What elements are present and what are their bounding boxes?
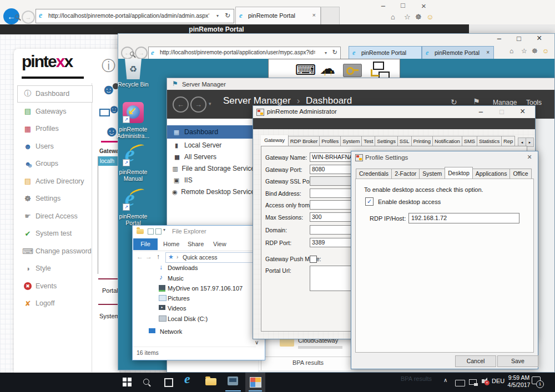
browser1-url-text[interactable]: http://localhost/pinremote-portal/applic… bbox=[48, 12, 209, 19]
browser1-forward-button[interactable]: → bbox=[22, 11, 35, 24]
ribbon-tab-share[interactable]: Share bbox=[188, 241, 204, 247]
feedback-smiley-icon[interactable]: ☺ bbox=[426, 13, 433, 21]
sm-nav-dashboard[interactable]: ▦ Dashboard bbox=[167, 125, 258, 139]
sidebar-item-groups[interactable]: ☻Groups bbox=[22, 158, 91, 169]
sidebar-item-change-password[interactable]: ⌨Change password bbox=[22, 246, 91, 257]
browser2-tab2[interactable]: e pinRemote Portal × bbox=[422, 46, 494, 60]
credentials-window-icon[interactable] bbox=[343, 64, 362, 77]
fe-breadcrumb-text[interactable]: Quick access bbox=[183, 254, 217, 261]
sm-nav-local-server[interactable]: ▮ Local Server bbox=[167, 140, 258, 151]
settings-gear-icon[interactable]: ☸ bbox=[415, 13, 422, 21]
fe-forward-icon[interactable]: → bbox=[145, 253, 152, 261]
tray-keyboard-icon[interactable] bbox=[455, 380, 465, 386]
settings-gear-icon[interactable]: ☸ bbox=[532, 47, 538, 55]
fe-item-downloads[interactable]: Downloads bbox=[168, 264, 198, 271]
profile-tab-applications[interactable]: Applications bbox=[472, 169, 511, 179]
admin-maximize-button[interactable]: □ bbox=[500, 108, 504, 116]
refresh-icon[interactable]: ↻ bbox=[225, 12, 230, 19]
sm-nav-all-servers[interactable]: ▮▮ All Servers bbox=[167, 151, 258, 162]
tray-chevron-icon[interactable]: ∧ bbox=[443, 377, 447, 383]
admin-minimize-button[interactable]: − bbox=[478, 107, 483, 116]
sm-forward-button[interactable]: → bbox=[190, 96, 206, 113]
tray-volume-muted-icon[interactable]: × bbox=[482, 379, 485, 383]
fe-item-local-disk[interactable]: Local Disk (C:) bbox=[168, 315, 208, 322]
enable-desktop-checkbox[interactable]: ✓ bbox=[365, 197, 374, 206]
fe-item-mydrive[interactable]: MyDrive on 157.97.106.107 bbox=[168, 285, 243, 292]
favorites-star-icon[interactable]: ☆ bbox=[521, 47, 527, 55]
browser2-tab1-title[interactable]: pinRemote Portal bbox=[361, 49, 406, 56]
sidebar-item-profiles[interactable]: ▦Profiles bbox=[22, 123, 91, 134]
admin-tab-test[interactable]: Test bbox=[361, 136, 375, 146]
ribbon-tab-home[interactable]: Home bbox=[163, 241, 179, 247]
feedback-smiley-icon[interactable]: ☺ bbox=[542, 47, 549, 55]
fe-item-videos[interactable]: Videos bbox=[168, 305, 186, 312]
fe-back-icon[interactable]: ← bbox=[137, 253, 143, 261]
taskbar-ie-icon[interactable]: e bbox=[184, 371, 190, 386]
admin-tab-sms[interactable]: SMS bbox=[462, 136, 477, 146]
sm-nav-iis[interactable]: ▣ IIS bbox=[167, 175, 258, 186]
browser2-tab1[interactable]: e pinRemote Portal bbox=[349, 46, 422, 60]
breadcrumb-root[interactable]: Server Manager bbox=[223, 95, 291, 106]
admin-tab-printing[interactable]: Printing bbox=[411, 136, 433, 146]
browser1-tab-title[interactable]: pinRemote Portal bbox=[248, 12, 295, 19]
browser1-maximize-button[interactable]: □ bbox=[401, 1, 405, 9]
tray-language-label[interactable]: DEU bbox=[492, 378, 504, 384]
fe-scroll-chevron-icon[interactable]: ∨ bbox=[255, 339, 259, 345]
enable-desktop-label[interactable]: Enable desktop access bbox=[378, 198, 441, 205]
browser2-minimize-button[interactable]: − bbox=[497, 34, 502, 43]
taskbar-pinremote-admin-icon[interactable] bbox=[250, 377, 261, 388]
pinremote-manual-icon[interactable]: e ↗ bbox=[123, 143, 144, 166]
ribbon-tab-view[interactable]: View bbox=[213, 241, 226, 247]
chevron-down-icon[interactable]: ▾ bbox=[216, 13, 219, 18]
qat-chevron-icon[interactable]: ▾ bbox=[163, 227, 165, 232]
browser2-tab2-title[interactable]: pinRemote Portal bbox=[435, 49, 480, 56]
pinremote-portal-icon[interactable]: e ↗ bbox=[123, 187, 144, 211]
sidebar-item-events[interactable]: ✖Events bbox=[22, 281, 91, 292]
pinremote-administrator-label[interactable]: pinRemote Administra... bbox=[112, 126, 154, 139]
profile-tab-system[interactable]: System bbox=[419, 169, 445, 179]
task-view-icon[interactable] bbox=[164, 378, 173, 387]
qat-button[interactable] bbox=[148, 228, 154, 235]
browser1-close-button[interactable]: × bbox=[421, 1, 426, 11]
tray-network-icon[interactable] bbox=[469, 379, 477, 385]
sidebar-item-system-test[interactable]: ✔System test bbox=[22, 228, 91, 239]
fe-item-music[interactable]: Music bbox=[168, 275, 184, 282]
tab-close-icon[interactable]: × bbox=[312, 12, 316, 18]
browser1-new-tab[interactable] bbox=[321, 7, 340, 24]
sidebar-item-gateways[interactable]: ▤Gateways bbox=[22, 106, 91, 117]
sm-history-chevron-icon[interactable]: ▾ bbox=[209, 101, 211, 106]
admin-tab-gateway[interactable]: Gateway bbox=[261, 135, 289, 146]
home-icon[interactable]: ⌂ bbox=[509, 47, 513, 55]
browser1-tab[interactable]: e pinRemote Portal × bbox=[235, 7, 321, 24]
sidebar-item-direct-access[interactable]: ☛Direct Access bbox=[22, 211, 91, 222]
pinremote-manual-label[interactable]: pinRemote Manual bbox=[112, 169, 154, 182]
profile-tab-office[interactable]: Office bbox=[509, 169, 531, 179]
admin-tab-profiles[interactable]: Profiles bbox=[319, 136, 341, 146]
browser2-forward-button[interactable]: → bbox=[135, 47, 148, 59]
fe-item-pictures[interactable]: Pictures bbox=[168, 295, 190, 302]
admin-close-button[interactable]: × bbox=[520, 106, 525, 116]
browser1-minimize-button[interactable]: − bbox=[381, 1, 386, 11]
profile-tab-desktop[interactable]: Desktop bbox=[445, 167, 473, 179]
admin-tab-settings[interactable]: Settings bbox=[375, 136, 398, 146]
cancel-button[interactable]: Cancel bbox=[455, 355, 496, 367]
profile-tab-credentials[interactable]: Credentials bbox=[356, 169, 392, 179]
sm-nav-file-storage[interactable]: ▥ File and Storage Services bbox=[167, 163, 258, 174]
sidebar-item-active-directory[interactable]: ▤Active Directory bbox=[22, 176, 91, 187]
sm-notification-flag-icon[interactable]: ⚑ bbox=[473, 97, 480, 106]
sm-back-button[interactable]: ← bbox=[173, 96, 189, 113]
qat-button[interactable] bbox=[155, 228, 162, 235]
home-icon[interactable]: ⌂ bbox=[391, 13, 395, 21]
fe-item-network[interactable]: Network bbox=[160, 328, 182, 335]
browser2-close-button[interactable]: × bbox=[537, 33, 542, 43]
sm-nav-rds[interactable]: ◉ Remote Desktop Services bbox=[167, 186, 258, 197]
chevron-down-icon[interactable]: ▾ bbox=[325, 50, 327, 55]
pinremote-portal-label[interactable]: pinRemote Portal bbox=[112, 213, 154, 226]
admin-tab-notification[interactable]: Notification bbox=[432, 136, 462, 146]
fe-up-icon[interactable]: ↑ bbox=[157, 253, 160, 261]
fe-breadcrumb-bar[interactable]: ★ › Quick access bbox=[165, 252, 262, 263]
sidebar-item-style[interactable]: ◑Style bbox=[22, 263, 91, 274]
bpa-results-label[interactable]: BPA results bbox=[283, 359, 333, 366]
breadcrumb-page[interactable]: Dashboard bbox=[306, 95, 352, 106]
profile-tab-2factor[interactable]: 2-Factor bbox=[391, 169, 420, 179]
